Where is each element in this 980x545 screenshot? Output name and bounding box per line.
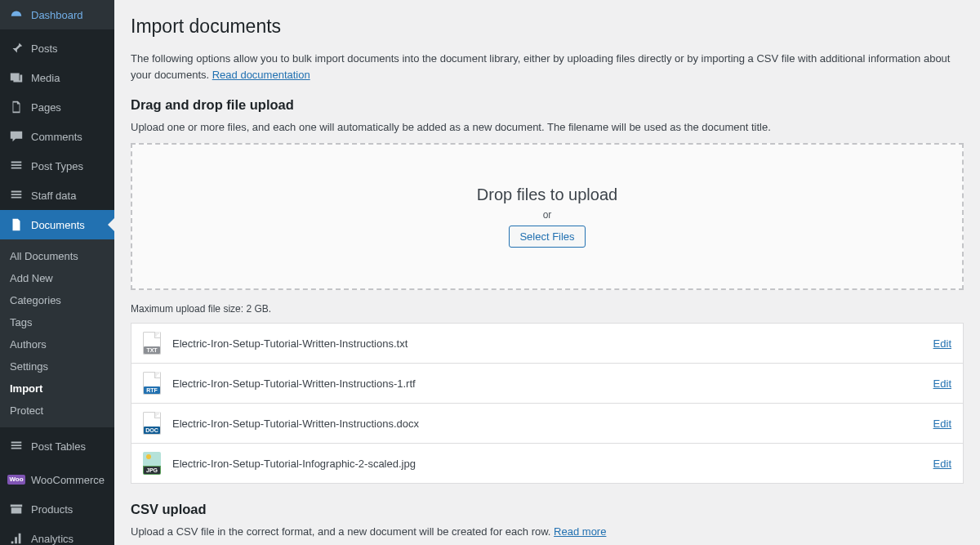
- sidebar-item-comments[interactable]: Comments: [0, 122, 114, 151]
- file-name: Electric-Iron-Setup-Tutorial-Written-Ins…: [172, 337, 933, 350]
- main-content: Import documents The following options a…: [114, 0, 980, 545]
- submenu-item-tags[interactable]: Tags: [0, 311, 114, 333]
- sidebar-item-label: WooCommerce: [31, 474, 105, 486]
- intro-paragraph: The following options allow you to bulk …: [131, 51, 964, 83]
- uploaded-file-list: TXTElectric-Iron-Setup-Tutorial-Written-…: [131, 323, 964, 484]
- list-icon: [8, 438, 24, 454]
- sidebar-item-media[interactable]: Media: [0, 63, 114, 92]
- file-name: Electric-Iron-Setup-Tutorial-Written-Ins…: [172, 418, 933, 430]
- sidebar-item-label: Dashboard: [31, 9, 83, 21]
- submenu-item-all-documents[interactable]: All Documents: [0, 245, 114, 267]
- list-icon: [8, 158, 24, 174]
- file-row: DOCElectric-Iron-Setup-Tutorial-Written-…: [131, 404, 963, 444]
- read-documentation-link[interactable]: Read documentation: [212, 69, 310, 81]
- comment-icon: [8, 128, 24, 145]
- submenu-item-authors[interactable]: Authors: [0, 333, 114, 355]
- media-icon: [8, 69, 24, 86]
- select-files-button[interactable]: Select Files: [509, 226, 585, 248]
- file-type-icon: TXT: [143, 332, 161, 355]
- sidebar-item-documents[interactable]: Documents: [0, 210, 114, 239]
- file-row: JPGElectric-Iron-Setup-Tutorial-Infograp…: [131, 444, 963, 483]
- max-upload-text: Maximum upload file size: 2 GB.: [131, 303, 964, 315]
- file-type-icon: DOC: [143, 412, 161, 435]
- pin-icon: [8, 40, 24, 56]
- submenu-item-protect[interactable]: Protect: [0, 400, 114, 422]
- file-row: TXTElectric-Iron-Setup-Tutorial-Written-…: [131, 324, 963, 364]
- file-type-icon: RTF: [143, 372, 161, 395]
- sidebar-item-label: Post Types: [31, 160, 83, 172]
- csv-read-more-link[interactable]: Read more: [554, 525, 606, 538]
- dashboard-icon: [8, 7, 24, 23]
- archive-icon: [8, 501, 24, 517]
- sidebar-item-label: Comments: [31, 131, 82, 143]
- sidebar-item-pages[interactable]: Pages: [0, 92, 114, 122]
- file-type-icon: JPG: [143, 452, 161, 475]
- page-title: Import documents: [131, 8, 964, 41]
- sidebar-item-label: Staff data: [31, 190, 76, 202]
- submenu-item-add-new[interactable]: Add New: [0, 267, 114, 289]
- list-icon: [8, 187, 24, 203]
- file-name: Electric-Iron-Setup-Tutorial-Written-Ins…: [172, 377, 933, 390]
- sidebar-item-label: Analytics: [31, 533, 74, 545]
- dropzone-title: Drop files to upload: [477, 185, 617, 204]
- submenu-item-categories[interactable]: Categories: [0, 289, 114, 311]
- file-row: RTFElectric-Iron-Setup-Tutorial-Written-…: [131, 364, 963, 404]
- submenu-item-settings[interactable]: Settings: [0, 355, 114, 377]
- chart-icon: [8, 530, 24, 545]
- sidebar-item-post-types[interactable]: Post Types: [0, 151, 114, 181]
- csv-subtext: Upload a CSV file in the correct format,…: [131, 525, 964, 538]
- sidebar-item-products[interactable]: Products: [0, 494, 114, 524]
- sidebar-item-posts[interactable]: Posts: [0, 34, 114, 63]
- admin-sidebar: DashboardPostsMediaPagesCommentsPost Typ…: [0, 0, 114, 545]
- sidebar-item-label: Pages: [31, 101, 61, 114]
- document-icon: [8, 217, 24, 233]
- edit-link[interactable]: Edit: [933, 458, 951, 470]
- sidebar-item-label: Post Tables: [31, 440, 86, 453]
- sidebar-item-analytics[interactable]: Analytics: [0, 524, 114, 545]
- sidebar-item-post-tables[interactable]: Post Tables: [0, 431, 114, 461]
- submenu-item-import[interactable]: Import: [0, 377, 114, 400]
- pages-icon: [8, 99, 24, 115]
- sidebar-item-woocommerce[interactable]: WooWooCommerce: [0, 465, 114, 494]
- sidebar-item-label: Documents: [31, 219, 85, 231]
- file-name: Electric-Iron-Setup-Tutorial-Infographic…: [172, 458, 933, 470]
- edit-link[interactable]: Edit: [933, 377, 951, 390]
- sidebar-item-label: Posts: [31, 42, 58, 55]
- sidebar-item-staff-data[interactable]: Staff data: [0, 181, 114, 210]
- dnd-heading: Drag and drop file upload: [131, 97, 964, 113]
- sidebar-submenu: All DocumentsAdd NewCategoriesTagsAuthor…: [0, 239, 114, 427]
- edit-link[interactable]: Edit: [933, 418, 951, 430]
- csv-heading: CSV upload: [131, 502, 964, 517]
- woo-icon: Woo: [8, 471, 24, 488]
- sidebar-item-label: Products: [31, 503, 73, 516]
- dnd-subtext: Upload one or more files, and each one w…: [131, 121, 964, 133]
- dropzone-or: or: [543, 209, 552, 221]
- edit-link[interactable]: Edit: [933, 337, 951, 350]
- sidebar-item-label: Media: [31, 72, 60, 84]
- sidebar-item-dashboard[interactable]: Dashboard: [0, 0, 114, 29]
- file-dropzone[interactable]: Drop files to upload or Select Files: [131, 143, 964, 290]
